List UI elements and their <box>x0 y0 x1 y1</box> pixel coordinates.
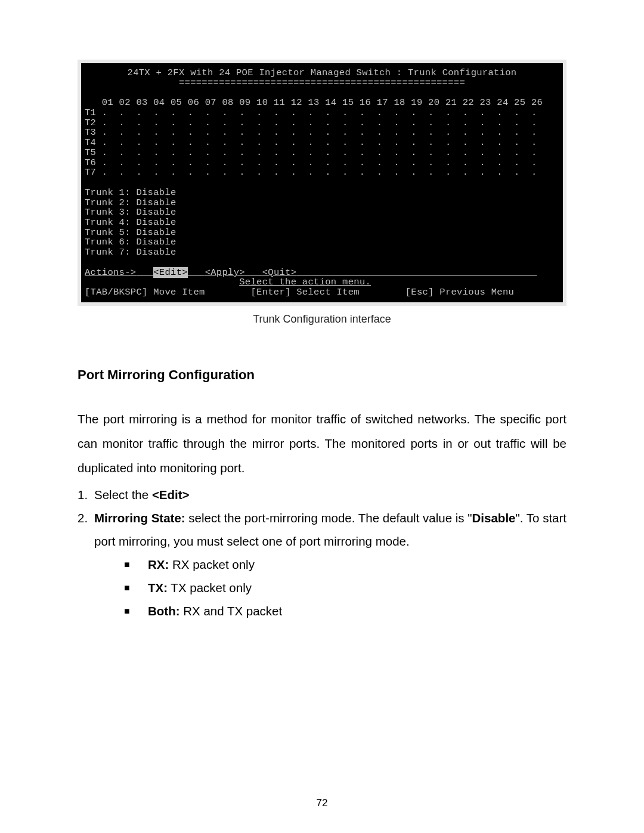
list-number: 2. <box>78 507 88 530</box>
section-heading: Port Mirroring Configuration <box>78 367 566 383</box>
trunk-row: T4 . . . . . . . . . . . . . . . . . . .… <box>85 137 537 148</box>
trunk-row: T2 . . . . . . . . . . . . . . . . . . .… <box>85 117 537 128</box>
list-item: 1. Select the <Edit> <box>78 484 566 507</box>
both-label: Both: <box>148 604 180 618</box>
action-quit[interactable]: <Quit> <box>262 267 297 278</box>
terminal-title: 24TX + 2FX with 24 POE Injector Managed … <box>85 68 559 78</box>
trunk-state: Trunk 5: Disable <box>85 227 177 238</box>
list-text: Select the <box>94 488 152 501</box>
col-header: 01 02 03 04 05 06 07 08 09 10 11 12 13 1… <box>85 97 543 108</box>
square-bullet-icon: ■ <box>124 602 130 620</box>
sub-list-item: ■ TX: TX packet only <box>124 577 566 600</box>
disable-keyword: Disable <box>472 511 516 525</box>
page-number: 72 <box>0 797 644 809</box>
sub-text: RX packet only <box>169 558 255 571</box>
list-item: 2. Mirroring State: select the port-mirr… <box>78 507 566 623</box>
list-number: 1. <box>78 484 88 507</box>
list-text: select the port-mirroring mode. The defa… <box>185 511 472 525</box>
figure-caption: Trunk Configuration interface <box>78 313 566 326</box>
trunk-row: T6 . . . . . . . . . . . . . . . . . . .… <box>85 157 537 168</box>
mirroring-state-label: Mirroring State: <box>94 511 185 525</box>
edit-keyword: <Edit> <box>152 488 190 501</box>
footer-enter: [Enter] Select Item <box>250 287 359 298</box>
square-bullet-icon: ■ <box>124 579 130 597</box>
hint-text: Select the action menu. <box>239 277 371 287</box>
terminal-screenshot: 24TX + 2FX with 24 POE Injector Managed … <box>78 60 566 306</box>
sub-list-item: ■ Both: RX and TX packet <box>124 600 566 623</box>
trunk-state: Trunk 3: Disable <box>85 207 177 218</box>
action-edit[interactable]: <Edit> <box>153 267 188 278</box>
trunk-state: Trunk 2: Disable <box>85 197 177 208</box>
terminal-divider: ========================================… <box>85 78 559 88</box>
rx-label: RX: <box>148 558 169 571</box>
trunk-row: T1 . . . . . . . . . . . . . . . . . . .… <box>85 107 537 118</box>
trunk-row: T5 . . . . . . . . . . . . . . . . . . .… <box>85 147 537 158</box>
trunk-state: Trunk 4: Disable <box>85 217 177 228</box>
footer-tab: [TAB/BKSPC] Move Item <box>85 287 205 298</box>
footer-esc: [Esc] Previous Menu <box>405 287 514 298</box>
actions-label: Actions-> <box>85 267 136 278</box>
tx-label: TX: <box>148 581 168 594</box>
numbered-list: 1. Select the <Edit> 2. Mirroring State:… <box>78 484 566 623</box>
trunk-row: T3 . . . . . . . . . . . . . . . . . . .… <box>85 127 537 138</box>
sub-text: TX packet only <box>168 581 252 594</box>
square-bullet-icon: ■ <box>124 556 130 574</box>
trunk-state: Trunk 6: Disable <box>85 237 177 247</box>
action-apply[interactable]: <Apply> <box>205 267 245 278</box>
trunk-state: Trunk 7: Disable <box>85 247 177 258</box>
sub-text: RX and TX packet <box>180 604 283 618</box>
terminal-content: 24TX + 2FX with 24 POE Injector Managed … <box>81 63 563 302</box>
sub-list: ■ RX: RX packet only ■ TX: TX packet onl… <box>94 553 566 623</box>
body-paragraph: The port mirroring is a method for monit… <box>78 407 566 480</box>
trunk-state: Trunk 1: Disable <box>85 187 177 198</box>
trunk-row: T7 . . . . . . . . . . . . . . . . . . .… <box>85 167 537 178</box>
sub-list-item: ■ RX: RX packet only <box>124 553 566 577</box>
